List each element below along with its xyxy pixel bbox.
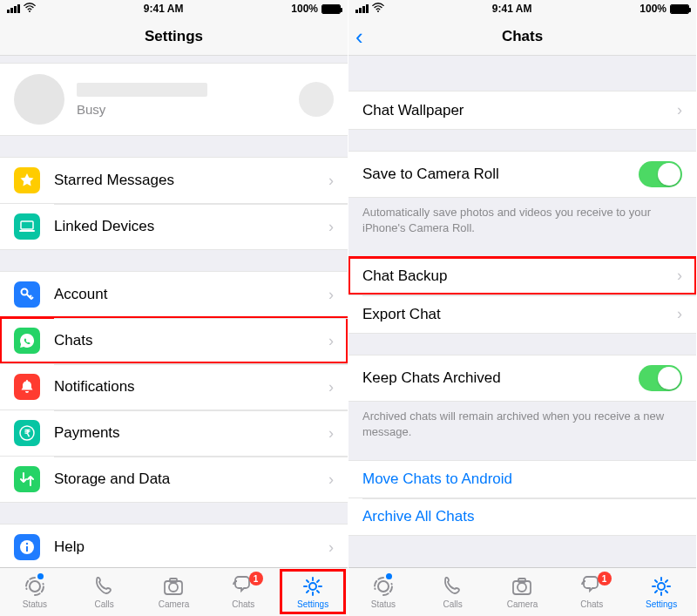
whatsapp-icon [14, 328, 40, 354]
avatar [14, 74, 64, 125]
row-label: Chat Wallpaper [362, 102, 677, 119]
row-label: Storage and Data [54, 470, 328, 488]
chevron-right-icon: › [328, 332, 334, 350]
tab-calls[interactable]: Calls [70, 568, 139, 616]
tab-status[interactable]: Status [348, 568, 418, 616]
chevron-right-icon: › [328, 172, 334, 190]
row-chat-backup[interactable]: Chat Backup › [348, 257, 696, 294]
chats-badge: 1 [249, 572, 263, 586]
tab-label: Calls [95, 599, 114, 609]
row-label: Chats [54, 332, 328, 349]
profile-status: Busy [77, 102, 287, 117]
settings-content: Busy Starred Messages›Linked Devices›Acc… [0, 56, 348, 567]
tab-label: Settings [297, 599, 328, 609]
profile-row[interactable]: Busy [0, 63, 348, 136]
nav-header: ‹ Chats [348, 17, 696, 56]
row-notifications[interactable]: Notifications› [0, 363, 348, 410]
tab-label: Chats [232, 599, 254, 609]
page-title: Chats [502, 28, 543, 45]
tab-label: Settings [646, 599, 677, 609]
toggle-camera-roll[interactable] [639, 161, 682, 187]
row-account[interactable]: Account› [0, 272, 348, 317]
row-chat-wallpaper[interactable]: Chat Wallpaper › [348, 91, 696, 129]
tab-chats[interactable]: 1 Chats [557, 568, 626, 616]
row-linked[interactable]: Linked Devices› [0, 203, 348, 249]
row-move-to-android[interactable]: Move Chats to Android [348, 461, 696, 498]
page-title: Settings [145, 28, 203, 45]
note-archived: Archived chats will remain archived when… [348, 402, 696, 448]
nav-header: Settings [0, 17, 348, 56]
row-payments[interactable]: Payments› [0, 410, 348, 456]
signal-icon [355, 4, 369, 13]
row-label: Keep Chats Archived [362, 369, 639, 387]
chevron-right-icon: › [677, 267, 682, 285]
row-label: Starred Messages [54, 172, 328, 189]
chats-settings-content: Chat Wallpaper › Save to Camera Roll Aut… [348, 56, 696, 567]
status-bar: 9:41 AM 100% [0, 0, 348, 17]
row-label: Move Chats to Android [362, 470, 682, 488]
row-archive-all[interactable]: Archive All Chats [348, 498, 696, 535]
back-button[interactable]: ‹ [355, 25, 363, 48]
star-icon [14, 167, 40, 193]
row-label: Account [54, 286, 328, 303]
row-label: Notifications [54, 378, 328, 396]
tab-bar: Status Calls Camera 1 Chats Settings [348, 567, 696, 616]
chevron-right-icon: › [328, 424, 334, 443]
row-keep-archived[interactable]: Keep Chats Archived [348, 355, 696, 401]
status-time: 9:41 AM [144, 3, 184, 15]
tab-status[interactable]: Status [0, 568, 70, 616]
profile-name-redacted [77, 83, 207, 97]
phone-settings: 9:41 AM 100% Settings Busy Starred Messa… [0, 0, 348, 616]
chevron-right-icon: › [328, 286, 334, 304]
qr-code-button[interactable] [299, 82, 334, 117]
row-label: Linked Devices [54, 218, 328, 235]
battery-icon [321, 4, 341, 14]
tab-settings[interactable]: Settings [278, 568, 348, 616]
bell-icon [14, 374, 40, 400]
rupee-icon [14, 420, 40, 446]
row-label: Archive All Chats [362, 508, 682, 525]
tab-label: Status [23, 599, 47, 609]
status-time: 9:41 AM [492, 3, 532, 15]
tab-label: Camera [159, 599, 190, 609]
tab-camera[interactable]: Camera [139, 568, 209, 616]
row-label: Export Chat [362, 306, 677, 323]
battery-percent: 100% [639, 3, 667, 15]
status-bar: 9:41 AM 100% [348, 0, 696, 17]
tab-label: Status [371, 599, 396, 609]
arrows-icon [14, 466, 40, 492]
phone-chats: 9:41 AM 100% ‹ Chats Chat Wallpaper › Sa… [348, 0, 697, 616]
signal-icon [7, 4, 20, 13]
tab-label: Chats [580, 599, 603, 609]
row-storage[interactable]: Storage and Data› [0, 456, 348, 502]
toggle-keep-archived[interactable] [639, 365, 682, 391]
wifi-icon [24, 2, 36, 17]
row-starred[interactable]: Starred Messages› [0, 158, 348, 203]
row-label: Chat Backup [362, 267, 677, 285]
row-export-chat[interactable]: Export Chat › [348, 294, 696, 333]
tab-settings[interactable]: Settings [626, 568, 696, 616]
note-camera-roll: Automatically save photos and videos you… [348, 198, 696, 244]
row-chats[interactable]: Chats› [0, 317, 348, 363]
chevron-right-icon: › [677, 101, 682, 119]
key-icon [14, 281, 40, 308]
chats-badge: 1 [598, 572, 612, 586]
battery-percent: 100% [291, 3, 318, 15]
battery-icon [670, 4, 689, 14]
chevron-right-icon: › [677, 305, 682, 323]
tab-chats[interactable]: 1 Chats [208, 568, 278, 616]
tab-calls[interactable]: Calls [418, 568, 488, 616]
chevron-right-icon: › [328, 470, 334, 489]
laptop-icon [14, 213, 40, 240]
row-help[interactable]: Help› [0, 525, 348, 567]
tab-bar: Status Calls Camera 1 Chats Settings [0, 567, 348, 616]
chevron-right-icon: › [328, 218, 334, 236]
info-icon [14, 534, 40, 560]
wifi-icon [372, 2, 384, 17]
chevron-right-icon: › [328, 378, 334, 396]
row-save-camera-roll[interactable]: Save to Camera Roll [348, 152, 696, 197]
tab-camera[interactable]: Camera [488, 568, 558, 616]
row-label: Save to Camera Roll [362, 166, 639, 183]
tab-label: Calls [443, 599, 463, 609]
tab-label: Camera [507, 599, 538, 609]
